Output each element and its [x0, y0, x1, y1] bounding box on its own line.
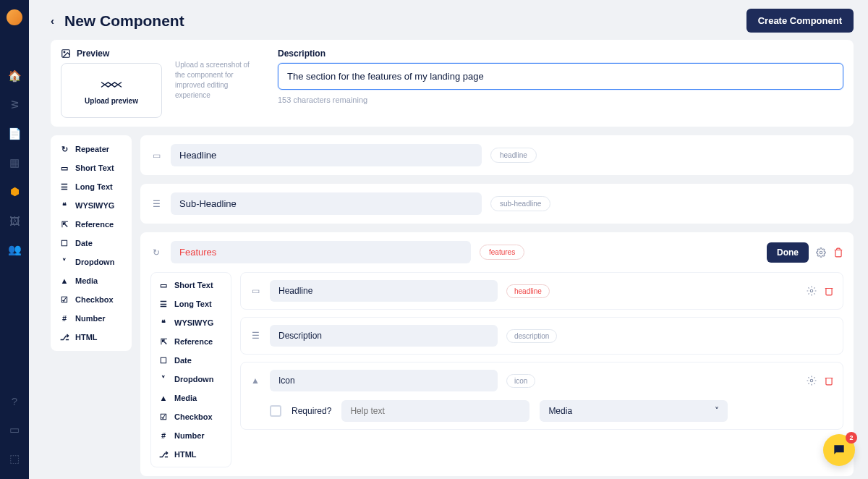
sub-field-name-input[interactable] — [270, 370, 498, 391]
field-name-input[interactable] — [171, 192, 482, 215]
palette-dropdown[interactable]: ˅Dropdown — [54, 253, 129, 271]
description-input[interactable] — [278, 63, 843, 90]
number-icon: # — [59, 313, 69, 323]
gear-icon[interactable] — [807, 376, 817, 386]
upload-hint: Upload a screenshot of the component for… — [175, 48, 255, 118]
sub-field-slug: headline — [506, 284, 550, 298]
nav-help-icon[interactable]: ? — [0, 386, 29, 415]
palette-wysiwyg[interactable]: ❝WYSIWYG — [54, 196, 129, 215]
nav-components-icon[interactable]: ⬢ — [0, 177, 29, 206]
nav-media-icon[interactable]: 🖼 — [0, 206, 29, 235]
nav-blog-icon[interactable]: ᕒ — [0, 90, 29, 119]
upload-preview-button[interactable]: Upload preview — [61, 63, 162, 118]
html-icon: ⎇ — [59, 332, 69, 342]
type-select[interactable]: Media ˅ — [540, 400, 728, 422]
avatar[interactable] — [7, 9, 22, 25]
repeater-palette: ▭Short Text ☰Long Text ❝WYSIWYG ⇱Referen… — [150, 272, 231, 467]
create-component-button[interactable]: Create Component — [746, 9, 854, 33]
field-features-repeater: ↻ features Done ▭Short Text ☰Long Text — [140, 232, 854, 476]
sub-palette-reference[interactable]: ⇱Reference — [153, 332, 229, 351]
upload-preview-label: Upload preview — [85, 97, 138, 105]
required-checkbox[interactable] — [270, 405, 281, 417]
checkbox-icon: ☑ — [158, 412, 169, 422]
long-text-icon: ☰ — [59, 182, 69, 192]
nav-docs-icon[interactable]: ▭ — [0, 415, 29, 444]
sub-field-slug: description — [506, 329, 557, 343]
reference-icon: ⇱ — [59, 219, 69, 229]
chevron-down-icon: ˅ — [715, 406, 719, 416]
chat-widget[interactable]: 2 — [823, 434, 855, 466]
long-text-icon: ☰ — [158, 299, 169, 309]
drag-handle-icon[interactable]: ▭ — [150, 151, 162, 161]
sub-palette-media[interactable]: ▲Media — [153, 389, 229, 407]
sub-palette-long-text[interactable]: ☰Long Text — [153, 294, 229, 313]
nav-home-icon[interactable]: 🏠 — [0, 62, 29, 90]
sub-palette-wysiwyg[interactable]: ❝WYSIWYG — [153, 313, 229, 332]
media-icon: ▲ — [158, 393, 169, 403]
page-title: New Component — [64, 12, 184, 30]
field-slug: headline — [490, 148, 537, 163]
repeater-icon[interactable]: ↻ — [150, 247, 162, 258]
short-text-icon: ▭ — [59, 163, 69, 173]
field-name-input[interactable] — [171, 241, 471, 263]
palette-checkbox[interactable]: ☑Checkbox — [54, 290, 129, 309]
trash-icon[interactable] — [833, 247, 843, 258]
gear-icon[interactable] — [807, 286, 817, 296]
sub-palette-checkbox[interactable]: ☑Checkbox — [153, 407, 229, 426]
media-icon[interactable]: ▲ — [250, 376, 261, 386]
svg-point-3 — [810, 289, 813, 292]
done-button[interactable]: Done — [767, 242, 809, 263]
repeater-icon: ↻ — [59, 144, 69, 154]
html-icon: ⎇ — [158, 449, 169, 459]
help-text-input[interactable] — [341, 400, 529, 422]
palette-date[interactable]: ☐Date — [54, 234, 129, 253]
sub-palette-dropdown[interactable]: ˅Dropdown — [153, 370, 229, 389]
number-icon: # — [158, 431, 169, 441]
chat-icon — [832, 443, 846, 457]
palette-media[interactable]: ▲Media — [54, 271, 129, 290]
svg-point-1 — [64, 51, 65, 53]
field-name-input[interactable] — [171, 144, 482, 166]
nav-rail: 🏠 ᕒ 📄 ▦ ⬢ 🖼 👥 ? ▭ ⬚ — [0, 0, 29, 479]
sub-palette-number[interactable]: #Number — [153, 426, 229, 445]
characters-remaining: 153 characters remaining — [278, 96, 843, 104]
trash-icon[interactable] — [824, 286, 834, 296]
date-icon: ☐ — [158, 355, 169, 365]
svg-point-4 — [810, 379, 813, 382]
sub-field-icon: ▲ icon Requi — [240, 362, 843, 430]
sub-field-description: ☰ description — [240, 317, 843, 355]
trash-icon[interactable] — [824, 376, 834, 386]
palette-number[interactable]: #Number — [54, 309, 129, 328]
sub-palette-html[interactable]: ⎇HTML — [153, 445, 229, 464]
date-icon: ☐ — [59, 238, 69, 248]
palette-long-text[interactable]: ☰Long Text — [54, 177, 129, 196]
field-sub-headline: ☰ sub-headline — [140, 184, 854, 224]
sub-palette-date[interactable]: ☐Date — [153, 351, 229, 370]
back-button[interactable]: ‹ — [51, 14, 54, 27]
palette-reference[interactable]: ⇱Reference — [54, 215, 129, 234]
drag-handle-icon[interactable]: ▭ — [250, 286, 261, 296]
checkbox-icon: ☑ — [59, 294, 69, 305]
sub-field-name-input[interactable] — [270, 325, 498, 347]
nav-stack-icon[interactable]: ⬚ — [0, 444, 29, 473]
palette-html[interactable]: ⎇HTML — [54, 328, 129, 347]
nav-users-icon[interactable]: 👥 — [0, 235, 29, 264]
required-label: Required? — [292, 406, 331, 416]
page-header: ‹ New Component Create Component — [51, 0, 854, 40]
nav-grid-icon[interactable]: ▦ — [0, 148, 29, 177]
meta-card: Preview Upload preview Upload a screensh… — [51, 40, 854, 127]
description-label: Description — [278, 48, 326, 59]
field-slug: features — [480, 245, 524, 260]
palette-short-text[interactable]: ▭Short Text — [54, 158, 129, 177]
nav-pages-icon[interactable]: 📄 — [0, 119, 29, 148]
gear-icon[interactable] — [816, 247, 826, 258]
drag-handle-icon[interactable]: ☰ — [150, 199, 162, 209]
field-slug: sub-headline — [490, 196, 550, 211]
wysiwyg-icon: ❝ — [59, 200, 69, 211]
palette-repeater[interactable]: ↻Repeater — [54, 140, 129, 158]
sub-field-name-input[interactable] — [270, 280, 498, 302]
fields-column: ▭ headline ☰ sub-headline ↻ — [140, 135, 854, 479]
media-icon: ▲ — [59, 276, 69, 286]
sub-palette-short-text[interactable]: ▭Short Text — [153, 276, 229, 294]
drag-handle-icon[interactable]: ☰ — [250, 331, 261, 341]
